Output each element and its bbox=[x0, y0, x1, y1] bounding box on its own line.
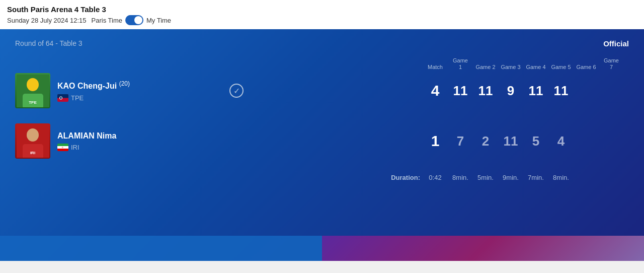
duration-row: Duration: 0:42 8min. 5min. 9min. 7min. 8… bbox=[15, 174, 629, 181]
player1-country-code: TPE bbox=[71, 94, 84, 102]
svg-rect-5 bbox=[57, 94, 68, 98]
player2-flag: ☪ bbox=[57, 144, 68, 151]
svg-text:☪: ☪ bbox=[62, 146, 64, 149]
bottom-bar-right bbox=[322, 236, 644, 261]
column-headers: Match Game1 Game 2 Game 3 Game 4 Game 5 … bbox=[15, 57, 629, 71]
player2-avatar: IRI bbox=[15, 123, 50, 159]
duration-g1: 8min. bbox=[448, 174, 473, 181]
player1-score-cells: 4 11 11 9 11 11 bbox=[423, 82, 624, 99]
player2-scores: 1 7 2 11 5 4 bbox=[247, 132, 629, 150]
player1-info: TPE KAO Cheng-Jui (20) bbox=[15, 73, 226, 108]
col-header-g7: Game7 bbox=[599, 57, 624, 71]
svg-point-7 bbox=[60, 97, 62, 99]
venue-title: South Paris Arena 4 Table 3 bbox=[7, 5, 637, 14]
toggle-knob bbox=[134, 16, 142, 24]
player1-seed: (20) bbox=[119, 80, 130, 87]
toggle-track[interactable] bbox=[125, 15, 143, 25]
player2-row: IRI ALAMIAN Nima ☪ bbox=[15, 123, 629, 159]
player2-g5: 4 bbox=[548, 133, 574, 149]
player1-country: TPE bbox=[57, 94, 130, 102]
date-label: Sunday 28 July 2024 12:15 bbox=[7, 17, 87, 24]
player1-name: KAO Cheng-Jui (20) bbox=[57, 80, 130, 91]
player2-match-score: 1 bbox=[423, 132, 448, 150]
time-toggle[interactable]: Paris Time My Time bbox=[92, 15, 172, 25]
duration-g2: 5min. bbox=[473, 174, 498, 181]
player2-country-code: IRI bbox=[71, 144, 79, 151]
player2-country: ☪ IRI bbox=[57, 144, 116, 151]
round-label: Round of 64 - Table 3 bbox=[15, 39, 629, 47]
duration-g5: 8min. bbox=[548, 174, 574, 181]
player1-g3: 9 bbox=[498, 83, 523, 99]
svg-point-1 bbox=[27, 78, 39, 91]
scoreboard: Round of 64 - Table 3 Official Match Gam… bbox=[0, 29, 644, 261]
col-header-g2: Game 2 bbox=[473, 64, 498, 71]
player2-name: ALAMIAN Nima bbox=[57, 131, 116, 141]
player1-winner-check: ✓ bbox=[226, 84, 247, 98]
player1-details: KAO Cheng-Jui (20) TPE bbox=[57, 80, 130, 101]
player1-match-score: 4 bbox=[423, 82, 448, 99]
bottom-bar-left bbox=[0, 236, 322, 261]
player1-g2: 11 bbox=[473, 83, 498, 99]
player1-avatar: TPE bbox=[15, 73, 50, 108]
player2-avatar-svg: IRI bbox=[17, 125, 49, 158]
svg-rect-14 bbox=[57, 149, 68, 151]
col-header-g6: Game 6 bbox=[574, 64, 599, 71]
bottom-bar bbox=[0, 236, 644, 261]
col-header-g3: Game 3 bbox=[498, 64, 523, 71]
col-header-g5: Game 5 bbox=[548, 64, 574, 71]
svg-point-9 bbox=[27, 128, 39, 142]
svg-text:IRI: IRI bbox=[30, 151, 35, 155]
player2-g3: 11 bbox=[498, 133, 523, 149]
my-time-label: My Time bbox=[146, 17, 171, 24]
page-container: South Paris Arena 4 Table 3 Sunday 28 Ju… bbox=[0, 0, 644, 261]
player1-avatar-svg: TPE bbox=[17, 75, 49, 107]
duration-label: Duration: bbox=[391, 174, 420, 181]
player2-details: ALAMIAN Nima ☪ IRI bbox=[57, 131, 116, 151]
winner-circle: ✓ bbox=[229, 84, 244, 98]
player1-g5: 11 bbox=[548, 83, 574, 99]
player1-scores: 4 11 11 9 11 11 bbox=[247, 82, 629, 99]
player2-g4: 5 bbox=[523, 133, 548, 149]
col-header-match: Match bbox=[423, 64, 448, 71]
player1-row: TPE KAO Cheng-Jui (20) bbox=[15, 73, 629, 108]
header: South Paris Arena 4 Table 3 Sunday 28 Ju… bbox=[0, 0, 644, 29]
player2-score-cells: 1 7 2 11 5 4 bbox=[423, 132, 624, 150]
player2-info: IRI ALAMIAN Nima ☪ bbox=[15, 123, 226, 159]
duration-total: 0:42 bbox=[423, 174, 448, 181]
duration-cells: 0:42 8min. 5min. 9min. 7min. 8min. bbox=[423, 174, 624, 181]
duration-g4: 7min. bbox=[523, 174, 548, 181]
duration-g3: 9min. bbox=[498, 174, 523, 181]
player1-flag bbox=[57, 94, 68, 102]
col-header-g1: Game1 bbox=[448, 57, 473, 71]
scoreboard-inner: Round of 64 - Table 3 Official Match Gam… bbox=[0, 29, 644, 191]
official-label: Official bbox=[603, 39, 629, 48]
venue-subtitle: Sunday 28 July 2024 12:15 Paris Time My … bbox=[7, 15, 637, 25]
player1-g4: 11 bbox=[523, 83, 548, 99]
player2-g2: 2 bbox=[473, 133, 498, 149]
player2-g1: 7 bbox=[448, 133, 473, 149]
col-header-g4: Game 4 bbox=[523, 64, 548, 71]
paris-time-label: Paris Time bbox=[92, 17, 122, 24]
player1-g1: 11 bbox=[448, 83, 473, 99]
svg-text:TPE: TPE bbox=[29, 100, 37, 105]
